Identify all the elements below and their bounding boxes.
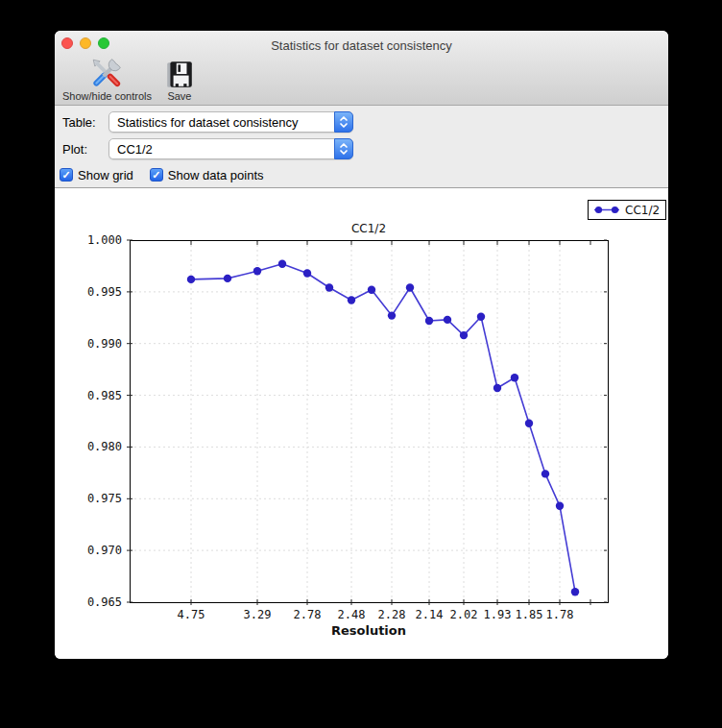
plot-select[interactable]: CC1/2 [108, 138, 353, 159]
data-point [477, 313, 485, 321]
table-label: Table: [62, 115, 108, 130]
show-data-points-checkbox[interactable]: ✓ Show data points [150, 168, 264, 182]
cc-half-line-chart: 1.0000.9950.9900.9850.9800.9750.9700.965… [55, 188, 668, 659]
title-bar[interactable]: Statistics for dataset consistency [55, 31, 668, 54]
plot-border [131, 241, 609, 603]
show-grid-checkbox[interactable]: ✓ Show grid [60, 168, 133, 182]
y-axis-labels: 1.0000.9950.9900.9850.9800.9750.9700.965 [87, 233, 122, 609]
up-down-chevrons-icon [338, 115, 349, 129]
app-window: Statistics for dataset consistency Show/… [55, 31, 668, 659]
traffic-lights [61, 37, 109, 49]
legend-label: CC1/2 [625, 204, 660, 217]
svg-text:2.78: 2.78 [294, 608, 322, 621]
svg-text:1.000: 1.000 [87, 233, 122, 247]
svg-text:4.75: 4.75 [178, 608, 205, 621]
save-label: Save [167, 90, 191, 102]
zoom-button[interactable] [98, 37, 109, 49]
svg-text:2.48: 2.48 [338, 608, 366, 621]
data-point [571, 588, 579, 595]
minimize-button[interactable] [80, 37, 91, 49]
plot-select-cap [334, 138, 353, 159]
data-point [511, 374, 518, 381]
data-point [278, 260, 286, 268]
data-point [303, 269, 311, 277]
chart-area: 1.0000.9950.9900.9850.9800.9750.9700.965… [55, 188, 668, 659]
table-select-value: Statistics for dataset consistency [109, 115, 334, 130]
svg-text:1.85: 1.85 [516, 608, 543, 621]
data-point [425, 317, 433, 325]
x-axis-title: Resolution [331, 623, 406, 638]
x-axis-labels: 4.753.292.782.482.282.142.021.931.851.78 [178, 608, 574, 621]
svg-text:0.980: 0.980 [87, 440, 122, 453]
svg-text:0.975: 0.975 [87, 492, 122, 505]
data-point [493, 384, 501, 392]
svg-text:0.985: 0.985 [87, 389, 122, 402]
svg-text:0.970: 0.970 [87, 544, 122, 557]
data-point [325, 283, 333, 291]
controls-panel: Table: Statistics for dataset consistenc… [55, 106, 668, 188]
window-header: Statistics for dataset consistency Show/… [55, 31, 668, 106]
show-data-points-label: Show data points [168, 168, 264, 182]
check-icon: ✓ [150, 168, 163, 182]
data-point [556, 502, 564, 510]
data-point [388, 311, 396, 319]
plot-row: Plot: CC1/2 [62, 137, 668, 160]
cc-half-line [191, 264, 575, 592]
svg-text:0.995: 0.995 [87, 285, 122, 299]
data-point [525, 420, 533, 427]
plot-label: Plot: [62, 142, 108, 157]
svg-text:0.990: 0.990 [87, 337, 122, 351]
window-title: Statistics for dataset consistency [55, 33, 668, 53]
data-point [348, 296, 355, 303]
table-row: Table: Statistics for dataset consistenc… [62, 110, 668, 133]
data-point [253, 267, 261, 275]
toolbar: Show/hide controls Save [55, 54, 668, 105]
grid-lines [130, 240, 608, 602]
show-grid-label: Show grid [78, 168, 133, 182]
tools-icon [90, 57, 123, 89]
chart-legend: CC1/2 [589, 201, 666, 220]
svg-text:3.29: 3.29 [244, 608, 272, 621]
save-button[interactable]: Save [164, 59, 195, 102]
table-select-cap [334, 111, 353, 133]
data-point [224, 275, 231, 282]
svg-text:1.78: 1.78 [546, 608, 574, 621]
check-icon: ✓ [60, 168, 73, 182]
up-down-chevrons-icon [338, 142, 349, 156]
save-icon [164, 59, 195, 89]
data-point [368, 286, 375, 294]
svg-text:2.02: 2.02 [450, 608, 478, 621]
data-point [187, 276, 195, 283]
data-point [460, 331, 468, 339]
plot-select-value: CC1/2 [109, 142, 334, 157]
table-select[interactable]: Statistics for dataset consistency [108, 111, 353, 133]
data-point [542, 470, 549, 477]
close-button[interactable] [61, 37, 73, 49]
show-hide-controls-label: Show/hide controls [62, 90, 152, 102]
chart-title: CC1/2 [351, 222, 386, 235]
svg-text:2.28: 2.28 [378, 608, 406, 621]
data-point [406, 283, 414, 291]
show-hide-controls-button[interactable]: Show/hide controls [62, 57, 152, 102]
svg-text:1.93: 1.93 [484, 608, 512, 621]
checkbox-row: ✓ Show grid ✓ Show data points [60, 164, 668, 185]
svg-text:2.14: 2.14 [416, 608, 444, 621]
data-point [444, 316, 451, 324]
svg-text:0.965: 0.965 [87, 595, 122, 609]
data-point-markers [187, 260, 579, 596]
